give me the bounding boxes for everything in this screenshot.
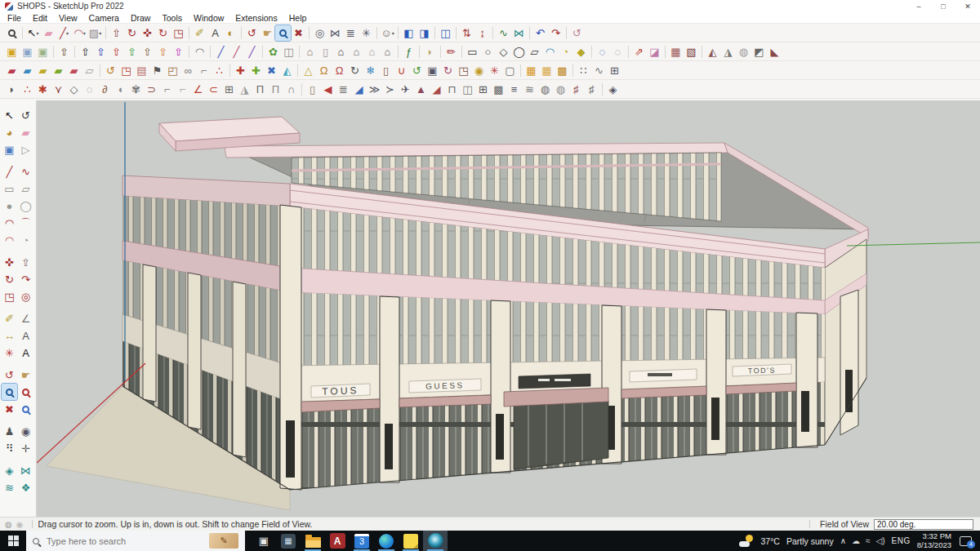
snowflake-tool[interactable]: ❄ [363,63,378,78]
panel-door-tool[interactable]: ▯ [305,82,320,97]
navigation-tool[interactable]: ✛ [18,440,33,456]
mirror-yellow-tool[interactable]: ▰ [35,63,51,78]
table-grid-tool[interactable]: ▤ [134,63,149,78]
offset-tool[interactable]: ◎ [18,288,33,304]
f6-script-tool[interactable]: ƒ [401,44,416,60]
section-cut-tool[interactable]: ≋ [2,479,17,495]
orbit-tool[interactable]: ↺ [2,367,17,383]
layers-tool[interactable]: ≣ [343,25,359,41]
rectangle-tool[interactable]: ▭ [2,180,17,197]
column-row2-tool[interactable]: Π [268,82,283,97]
drape-pink-tool[interactable]: ◪ [647,44,662,60]
polygon-tool[interactable]: ◯ [18,198,33,214]
text-tool[interactable]: A [18,327,33,344]
terrain-mesh-tool[interactable]: ◍ [736,44,751,60]
zoom-tool[interactable] [2,384,17,400]
follow-me-tool[interactable]: ↷ [18,271,33,287]
doorway-tool[interactable]: ⊓ [444,82,460,97]
shape-pie-tool[interactable]: ◔ [558,44,573,60]
line-divide-blue-tool[interactable]: ╱ [213,44,229,60]
cross-blue-tool[interactable]: ✖ [264,63,279,78]
terrain-flip-tool[interactable]: ◩ [751,44,767,60]
text-tool[interactable]: A [207,25,223,41]
dropdown-caret-icon[interactable]: ▾ [36,30,38,36]
intersect-tool[interactable]: ⋈ [511,25,527,41]
rock-red-tool[interactable]: ▲ [413,82,429,97]
threed-text-tool[interactable]: A [18,344,33,361]
zoom-tool[interactable] [275,25,291,41]
shape-polygon-tool[interactable]: ◆ [573,44,589,60]
pencil-plugin-tool[interactable]: ✏ [443,44,459,60]
lasso-curve-tool[interactable]: ◌ [82,82,97,97]
vegetation-tool[interactable]: ✿ [265,44,281,60]
stretch-tool[interactable]: ⇗ [631,44,647,60]
arch-tool[interactable]: ∩ [283,82,299,97]
mirror-red-tool[interactable]: ▰ [4,63,20,78]
notification-center-icon[interactable]: 4 [960,536,972,546]
zoom-previous-tool[interactable] [18,401,33,417]
sphere-wire-tool[interactable]: ◍ [553,82,568,97]
mesh-fence-tool[interactable]: ▧ [684,44,699,60]
section-display-tool[interactable]: ⋈ [18,462,33,478]
pp-joint-tool[interactable]: ⇧ [93,44,109,60]
shape-rectangle-tool[interactable]: ▭ [465,44,480,60]
mirror-pink-tool[interactable]: ▰ [66,63,82,78]
arc-surface-tool[interactable]: ◠ [192,44,207,60]
mirror-green-tool[interactable]: ▰ [51,63,66,78]
tape-measure-tool[interactable]: ✐ [192,25,207,41]
rotate-tool[interactable]: ↻ [155,25,171,41]
network-icon[interactable]: ≈ [866,536,871,545]
raise-tool[interactable]: ⇅ [459,25,474,41]
menu-view[interactable]: View [53,13,83,23]
dropdown-caret-icon[interactable]: ▾ [392,30,394,36]
look-around-tool[interactable]: ◉ [18,423,33,439]
view-iso-tool[interactable]: ▣ [4,44,20,60]
taskbar-search[interactable]: ✎ [26,531,245,551]
bezier-path-tool[interactable]: ∴ [212,63,227,78]
select-tool[interactable]: ↖▾ [25,25,41,41]
pie-tool[interactable]: ◔ [18,232,33,248]
spin-tool[interactable]: ↻ [347,63,363,78]
paint-bucket-tool[interactable]: ◕ [2,124,17,140]
pp-equal-tool[interactable]: ⇧ [78,44,93,60]
walk-tool[interactable]: ⠻ [2,440,17,456]
tape-measure-tool[interactable]: ✐ [2,310,17,327]
sail-tool[interactable]: ◮ [237,82,252,97]
spline-tool[interactable]: ∿ [591,63,607,78]
volume-icon[interactable]: ◁) [876,536,885,545]
eraser-tool[interactable]: ▰ [18,124,33,140]
field-of-view-input[interactable] [874,519,973,530]
eraser-tool[interactable]: ▰ [41,25,56,41]
two-point-arc-tool[interactable]: ⌒ [18,215,33,231]
magnet-tool[interactable]: ∪ [394,63,409,78]
zoom-toolbar-button[interactable] [4,25,20,41]
menu-help[interactable]: Help [283,13,313,23]
app-sketchup[interactable] [423,531,448,551]
wedge-red-tool[interactable]: ◢ [429,82,444,97]
undo-button[interactable]: ↶ [532,25,548,41]
select-tool[interactable]: ↖ [2,107,17,123]
menu-extensions[interactable]: Extensions [229,13,283,23]
styles-tool[interactable]: ◐ [223,25,238,41]
curve-c-tool[interactable]: ⊂ [206,82,221,97]
wire-tool[interactable]: ⌐ [196,63,212,78]
zoom-extents-tool[interactable]: ✖ [2,401,17,417]
shape-arc-tool[interactable]: ◠ [542,44,558,60]
door-panel-tool[interactable]: ◫ [460,82,475,97]
hatch-fill-tool[interactable]: ▩ [491,82,506,97]
arc-tool[interactable]: ◠ [2,215,17,231]
cross-green-tool[interactable]: ✚ [248,63,264,78]
minimize-button[interactable]: – [906,0,931,12]
line-tool[interactable]: ╱▾ [56,25,72,41]
start-button[interactable] [0,531,26,551]
recycle-tool[interactable]: ↺ [409,63,425,78]
viewport-canvas[interactable]: TOUS GUESS TOD'S [37,100,980,517]
view-top-tool[interactable]: ▣ [20,44,35,60]
grid-fill-tool[interactable]: ▦ [523,63,539,78]
corner-out-tool[interactable]: ⌐ [175,82,190,97]
app-calendar[interactable]: 3 [350,531,374,551]
corner-in-tool[interactable]: ⌐ [159,82,175,97]
fence-gray-tool[interactable]: ♯ [584,82,599,97]
menu-file[interactable]: File [2,13,27,23]
close-button[interactable]: ✕ [956,0,980,12]
